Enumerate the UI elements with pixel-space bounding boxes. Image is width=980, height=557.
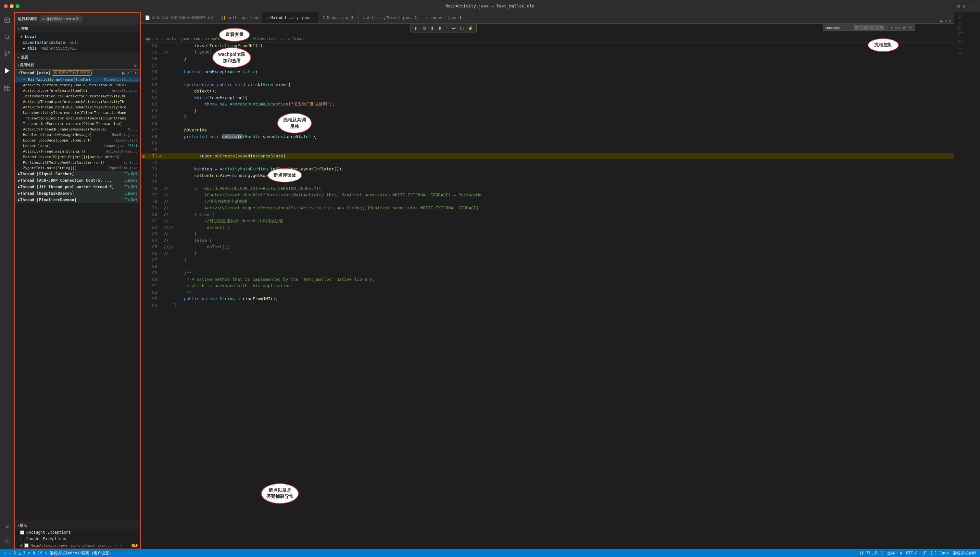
callstack-expand-btn[interactable]: ⊟ [132,63,138,68]
frame-10[interactable]: Handler.dispatchMessage(Message) Handler… [15,132,140,138]
frame-12[interactable]: Looper.loop() Looper.java 288:1 [15,143,140,149]
bc-example[interactable]: example [205,37,220,41]
frame-7[interactable]: TransactionExecutor.executeCallbacks(Cli… [15,116,140,121]
more-icon[interactable]: ··· [968,3,976,9]
explorer-icon[interactable] [2,15,12,25]
debug-stepover-btn[interactable]: ⬇ [429,25,435,31]
frame-3[interactable]: Instrumentation.callActivityOnCreate(Act… [15,93,140,99]
frame-13[interactable]: ActivityThread.main(String[]) ActivityTh… [15,149,140,154]
frame-2[interactable]: Activity.performCreate(Bundle) Activity.… [15,88,140,93]
frame-9[interactable]: ActivityThread$H.handleMessage(Message) … [15,127,140,132]
search-input[interactable] [826,26,852,29]
window-controls[interactable] [4,4,20,8]
run-btn[interactable]: ▶ [940,19,942,23]
match-word-btn[interactable]: ab [902,25,907,30]
bc-testmalloc[interactable]: test_malloc [225,37,249,41]
debug-continue-btn[interactable]: ↩ [451,25,457,31]
thread-jit[interactable]: ▶ Thread [Jit thread pool worker thread … [15,184,140,190]
frame-8[interactable]: TransactionExecutor.execute(ClientTransa… [15,121,140,127]
close-button[interactable] [4,4,8,8]
close-search-btn[interactable]: ✕ [908,25,912,30]
bc-oncreate[interactable]: onCreate [289,37,306,41]
status-remote[interactable]: ⚡ [4,551,6,555]
mainactivity-checkbox[interactable] [24,543,29,547]
status-remote-label[interactable]: ▷ 远程调试Android应用（用户设置） [45,550,113,556]
bc-mainactivity[interactable]: MainActivit... [253,37,284,41]
breakpoints-header[interactable]: ▾ 断点 [15,521,140,529]
var-savedInstanceState[interactable]: savedInstanceState: null [15,40,140,46]
debug-restart-btn[interactable]: ↺ [421,25,428,31]
run-android-button[interactable]: ▶ 远程调试Android应 [40,16,82,23]
tab-settings[interactable]: {} settings.json [217,12,262,23]
bc-app[interactable]: app [145,37,151,41]
layout-icon[interactable]: ⊟ [957,3,960,9]
frame-16[interactable]: ZygoteInit.main(String[]) ZygoteInit.jav… [15,165,140,171]
frame-11[interactable]: Looper.loopOnce(Looper,long,int) Looper.… [15,138,140,143]
status-eol[interactable]: LF [921,551,926,555]
maximize-button[interactable] [16,4,20,8]
frame-4[interactable]: ActivityThread.performLaunchActivity(Act… [15,99,140,104]
tab-md[interactable]: 📄 android 如何分析应用的内存.md [141,12,217,23]
status-encoding[interactable]: UTF-8 [906,551,918,555]
edit-icon[interactable]: ✏ [115,543,117,547]
tab-close-btn[interactable]: ✕ [312,16,315,20]
bc-src[interactable]: src [156,37,163,41]
bc-main[interactable]: main [167,37,176,41]
frame-0[interactable]: → MainActivity.onCreate(Bundle) MainActi… [15,77,140,83]
frame-1[interactable]: Activity.performCreate(Bundle,Persistabl… [15,83,140,88]
status-info[interactable]: ⊙ 0 [28,551,35,555]
frame-14[interactable]: Method.invoke(Object,Object[])[native me… [15,154,140,160]
titlebar-actions[interactable]: ⊟ ⊞ ··· [957,3,976,9]
frame-5[interactable]: ActivityThread.handleLaunchActivity(Acti… [15,104,140,110]
restart-btn[interactable]: ↺ [126,71,130,75]
frame-6[interactable]: LaunchActivityItem.execute(ClientTransac… [15,110,140,116]
status-position[interactable]: 行 71，列 1 [860,550,883,556]
thread-main-header[interactable]: ▾ Thread [main] 因 BREAKPOINT 已暂停 ▶ ↺ ⤵ ⬆ [15,70,140,77]
bp-uncaught-exceptions[interactable]: Uncaught Exceptions [15,529,140,536]
extensions-icon[interactable] [2,83,12,93]
uncaught-checkbox[interactable] [20,530,24,534]
status-warnings[interactable]: △ 3 [18,551,26,555]
status-spaces[interactable]: 空格: 4 [887,550,902,556]
stepover-btn[interactable]: ⤵ [131,71,133,75]
var-this[interactable]: ▶ this: MainActivity@26 [15,46,140,51]
callstack-header[interactable]: ▾ 调用堆栈 ⊟ [15,61,140,69]
tab-looper[interactable]: ☕ Looper.java 1 [422,12,467,23]
bc-java[interactable]: java [181,37,189,41]
minimize-button[interactable] [10,4,14,8]
tab-mainactivity[interactable]: ☕ MainActivity.java ✕ [263,12,319,23]
debug-lightning-btn[interactable]: ⚡ [466,25,475,31]
debug-connect-btn[interactable]: ⬡ [458,25,465,31]
thread-finalizer[interactable]: ▶ Thread [FinalizerDaemon] 正在运行 [15,197,140,203]
settings-icon[interactable] [2,536,12,547]
run-debug-icon[interactable] [2,65,12,76]
watch-header[interactable]: ▾ 监视 [15,53,140,61]
status-errors[interactable]: ⚠ 5 [9,551,16,555]
match-case-btn[interactable]: Aa [895,25,900,30]
thread-adb[interactable]: ▶ Thread [ADB-JDWP Connection Control ..… [15,177,140,184]
status-language[interactable]: { } Java [930,551,949,555]
bp-mainactivity[interactable]: ● MainActivity.java app/src/main/java/..… [15,542,140,549]
bp-caught-exceptions[interactable]: Caught Exceptions [15,536,140,542]
variables-header[interactable]: ▾ 变量 [15,24,140,33]
search-icon[interactable] [2,32,12,42]
frame-15[interactable]: RuntimeInit$MethodAndArgsCalller.run() R… [15,160,140,165]
prev-match-btn[interactable]: ↑ [887,25,889,30]
code-editor[interactable]: 54 tv.setText(stringFromJNI()); 55 // },… [141,42,954,549]
thread-heap[interactable]: ▶ Thread [HeapTaskDaemon] 正在运行 [15,190,140,197]
source-control-icon[interactable] [2,49,12,59]
debug-stepinto-btn[interactable]: ⬆ [437,25,443,31]
debug-stepout-btn[interactable]: ↑ [445,25,449,31]
split-editor-btn[interactable]: ⊟ [945,19,947,23]
bc-com[interactable]: com [194,37,201,41]
tab-debug-cpp[interactable]: C Debug.cpp 2 [319,12,359,23]
tab-activitythread[interactable]: ☕ ActivityThread.java 1 [359,12,422,23]
stepinto-btn[interactable]: ⬆ [134,71,137,75]
local-group[interactable]: ▾ Local [15,34,140,40]
user-icon[interactable] [2,522,12,533]
resume-btn[interactable]: ▶ [122,71,125,75]
close-icon[interactable]: ✕ [120,543,122,547]
caught-checkbox[interactable] [20,537,24,541]
more-tabs-btn[interactable]: ⊕ [949,19,951,23]
split-icon[interactable]: ⊞ [962,3,965,9]
